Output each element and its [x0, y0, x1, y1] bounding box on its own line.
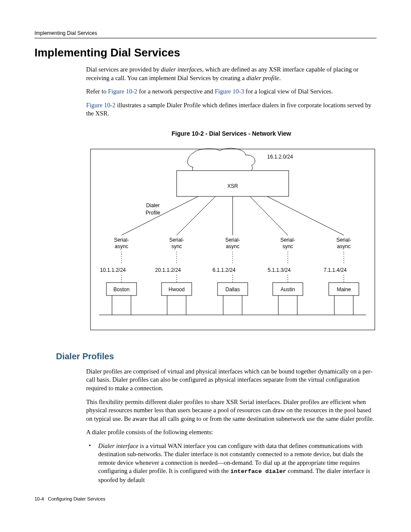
- label-serial-type: Serial-: [336, 237, 352, 243]
- command-interface-dialer: interface dialer: [230, 468, 286, 475]
- label-site: Boston: [113, 286, 129, 292]
- label-serial-type: Serial-: [225, 237, 240, 243]
- svg-line-6: [267, 196, 344, 235]
- label-ip: 10.1.1.2/24: [100, 267, 126, 273]
- term-dialer-interfaces: dialer interfaces: [161, 66, 202, 73]
- label-serial-type: sync: [171, 243, 182, 249]
- page-heading: Implementing Dial Services: [34, 46, 377, 59]
- intro-paragraph-1: Dial services are provided by dialer int…: [86, 65, 377, 82]
- intro-paragraph-3: Figure 10-2 illustrates a sample Dialer …: [86, 101, 377, 118]
- label-site: Austin: [280, 286, 295, 292]
- figure-title: Figure 10-2 - Dial Services - Network Vi…: [86, 130, 377, 137]
- dp-paragraph-2: This flexibility permits different diale…: [86, 398, 377, 423]
- label-ip: 20.1.1.2/24: [155, 267, 181, 273]
- label-dialer-profile-2: Profile: [146, 210, 160, 216]
- text: .: [279, 75, 281, 81]
- page-number: 10-4: [34, 496, 44, 501]
- text: Refer to: [86, 88, 108, 95]
- svg-line-5: [250, 196, 288, 235]
- label-ip: 7.1.1.4/24: [324, 267, 347, 273]
- label-site: Maine: [337, 286, 351, 292]
- label-wan-ip: 16.1.2.0/24: [267, 154, 293, 160]
- label-serial-type: Serial-: [114, 237, 129, 243]
- term-dialer-interface: Dialer interface: [98, 442, 138, 449]
- text: for a logical view of Dial Services.: [244, 88, 333, 95]
- dp-paragraph-3: A dialer profile consists of the followi…: [86, 428, 377, 437]
- footer-title: Configuring Dialer Services: [48, 496, 105, 501]
- figure-network-view: 16.1.2.0/24 XSR Dialer Profile Serial- a…: [86, 145, 379, 334]
- xref-figure-10-2[interactable]: Figure 10-2: [86, 102, 115, 109]
- label-serial-type: Serial-: [169, 237, 184, 243]
- label-serial-type: sync: [283, 243, 293, 249]
- svg-line-2: [121, 196, 198, 235]
- label-serial-type: async: [226, 243, 239, 249]
- dp-paragraph-1: Dialer profiles are comprised of virtual…: [86, 367, 377, 393]
- svg-line-3: [177, 196, 215, 235]
- term-dialer-profile: dialer profile: [246, 75, 279, 81]
- bullet-dialer-interface: Dialer interface is a virtual WAN interf…: [86, 442, 377, 484]
- label-serial-type: Serial-: [280, 237, 296, 243]
- text: Dial services are provided by: [86, 66, 161, 73]
- section-dialer-profiles: Dialer Profiles: [56, 352, 377, 361]
- intro-paragraph-2: Refer to Figure 10-2 for a network persp…: [86, 87, 377, 96]
- label-dialer-profile-1: Dialer: [146, 202, 159, 208]
- xref-figure-10-3[interactable]: Figure 10-3: [215, 88, 244, 95]
- label-ip: 6.1.1.2/24: [212, 267, 236, 273]
- xref-figure-10-2[interactable]: Figure 10-2: [108, 88, 137, 95]
- text: illustrates a sample Dialer Profile whic…: [86, 102, 371, 117]
- label-site: Dallas: [225, 286, 240, 292]
- running-header: Implementing Dial Services: [34, 30, 377, 38]
- text: for a network perspective and: [137, 88, 215, 95]
- page-footer: 10-4 Configuring Dialer Services: [34, 496, 377, 501]
- label-site: Hwood: [168, 286, 184, 292]
- label-serial-type: async: [115, 243, 128, 249]
- label-ip: 5.1.1.3/24: [268, 267, 291, 273]
- label-device: XSR: [227, 183, 238, 189]
- label-serial-type: async: [337, 243, 350, 249]
